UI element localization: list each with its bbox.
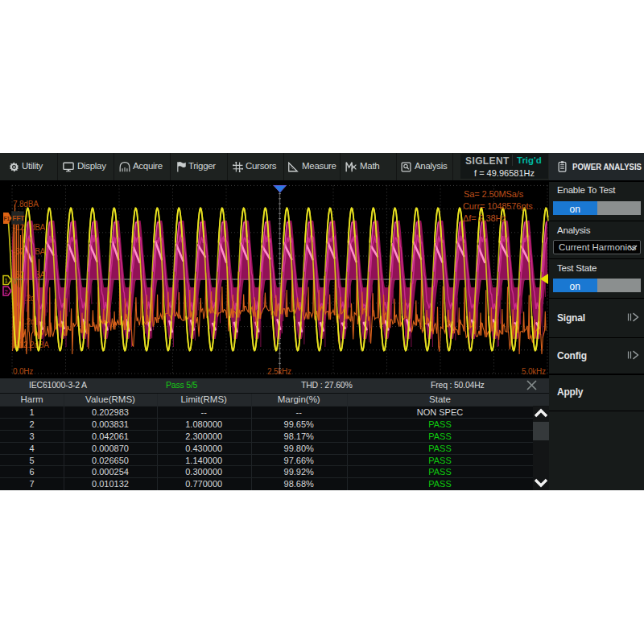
svg-text:F1: F1 [4,215,10,221]
svg-text:2: 2 [4,287,7,295]
svg-text:7.8dBA: 7.8dBA [13,200,39,208]
svg-text:Δf= 2.38Hz: Δf= 2.38Hz [463,213,506,223]
svg-text:Curr= 1048576pts: Curr= 1048576pts [463,201,533,211]
svg-text:Sa= 2.50MSa/s: Sa= 2.50MSa/s [464,189,524,199]
svg-text:5.0kHz: 5.0kHz [522,367,546,376]
svg-text:0.0Hz: 0.0Hz [13,367,33,376]
svg-text:FFT: FFT [12,213,25,221]
svg-text:1: 1 [4,277,7,284]
svg-text:V: V [12,277,18,286]
